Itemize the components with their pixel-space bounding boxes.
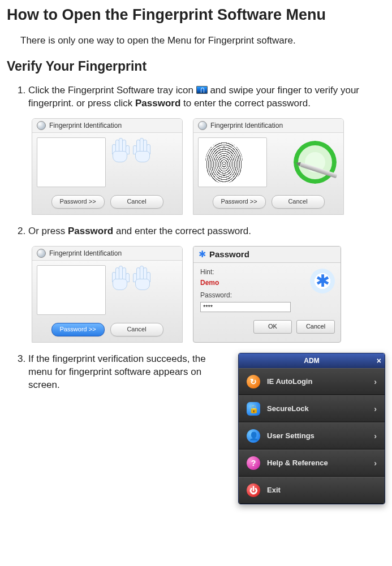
fp-preview-area — [37, 265, 106, 315]
adm-item-label: SecureLock — [267, 404, 309, 414]
step-3: If the fingerprint verification succeeds… — [28, 353, 385, 504]
cancel-button[interactable]: Cancel — [272, 195, 325, 209]
adm-item-label: Exit — [267, 485, 281, 495]
password-dialog: ✱ Password Hint: Demo Password: ✱ OK Can… — [193, 246, 341, 343]
fp-panel-title: Fingerprint Identification — [32, 247, 182, 261]
adm-item-autologin[interactable]: ↻ IE AutoLogin › — [239, 368, 385, 395]
step-2-bold: Password — [68, 226, 113, 236]
fp-identification-panel-hands: Fingerprint Identification — [32, 118, 183, 215]
fp-identification-panel-scanned: Fingerprint Identification Password >> — [193, 118, 344, 215]
adm-item-usersettings[interactable]: 👤 User Settings › — [239, 422, 385, 450]
step-2-text-a: Or press — [28, 226, 68, 236]
cancel-button[interactable]: Cancel — [296, 320, 335, 334]
fingerprint-print-icon — [205, 141, 243, 183]
fingerprint-app-icon — [37, 121, 46, 130]
fingerprint-app-icon — [37, 249, 46, 258]
step-3-text: If the fingerprint verification succeeds… — [28, 353, 228, 392]
step-1-text-c: to enter the correct password. — [183, 98, 311, 109]
close-icon[interactable]: × — [377, 356, 381, 366]
step-1-text-a: Click the Fingerprint Software tray icon — [28, 85, 196, 96]
asterisk-large-icon: ✱ — [310, 269, 335, 293]
adm-item-label: Help & Reference — [267, 458, 328, 468]
adm-item-exit[interactable]: ⏻ Exit — [239, 477, 385, 504]
chevron-right-icon: › — [374, 458, 377, 469]
fp-panel-title: Fingerprint Identification — [32, 119, 182, 133]
hands-illustration — [109, 137, 153, 187]
step-1: Click the Fingerprint Software tray icon… — [28, 84, 385, 215]
reload-icon: ↻ — [247, 375, 260, 388]
password-input[interactable] — [200, 302, 291, 312]
ok-button[interactable]: OK — [253, 320, 292, 334]
fp-preview-area — [198, 137, 267, 187]
adm-item-help[interactable]: ? Help & Reference › — [239, 450, 385, 477]
step-2-text-b: and enter the correct password. — [116, 226, 251, 236]
fp-identification-panel-password: Fingerprint Identification — [32, 246, 183, 343]
step-1-bold: Password — [135, 98, 180, 109]
fp-panel-title: Fingerprint Identification — [193, 119, 343, 133]
password-label: Password: — [200, 291, 334, 300]
intro-text: There is only one way to open the Menu f… — [20, 35, 385, 46]
tray-icon — [196, 86, 208, 94]
chevron-right-icon: › — [374, 377, 377, 387]
hands-illustration — [109, 265, 153, 315]
cancel-button[interactable]: Cancel — [110, 323, 163, 336]
adm-item-label: IE AutoLogin — [267, 377, 312, 387]
password-button-active[interactable]: Password >> — [51, 323, 105, 336]
chevron-right-icon: › — [374, 431, 377, 442]
password-button[interactable]: Password >> — [51, 195, 105, 209]
step-2: Or press Password and enter the correct … — [28, 225, 385, 343]
chevron-right-icon: › — [374, 404, 377, 414]
adm-menu: ADM × ↻ IE AutoLogin › 🔒 SecureLock › 👤 … — [238, 353, 385, 504]
password-button[interactable]: Password >> — [213, 195, 266, 209]
user-icon: 👤 — [247, 429, 260, 443]
page-heading-1: How to Open the Fingerprint Software Men… — [7, 6, 385, 25]
cancel-button[interactable]: Cancel — [110, 195, 163, 209]
password-dialog-title: ✱ Password — [193, 247, 341, 263]
fp-preview-area — [37, 137, 106, 187]
help-icon: ? — [247, 456, 260, 470]
power-icon: ⏻ — [247, 483, 260, 497]
page-heading-2: Verify Your Fingerprint — [7, 59, 385, 74]
adm-item-securelock[interactable]: 🔒 SecureLock › — [239, 395, 385, 422]
lock-icon: 🔒 — [247, 402, 260, 416]
adm-title: ADM × — [239, 353, 385, 368]
fingerprint-app-icon — [198, 121, 207, 130]
asterisk-icon: ✱ — [198, 250, 206, 258]
adm-item-label: User Settings — [267, 431, 315, 441]
